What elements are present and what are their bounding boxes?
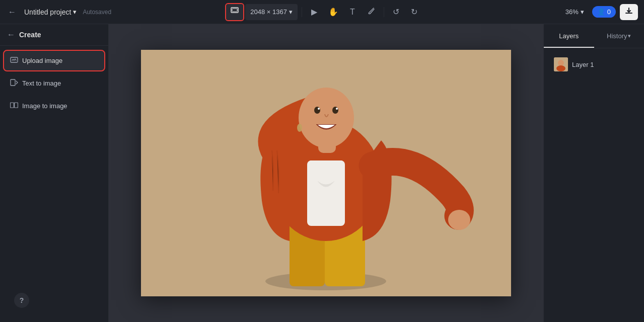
right-panel-content: Layer 1 [544, 48, 644, 322]
canvas-size-button[interactable]: 2048 × 1367 ▾ [245, 4, 298, 20]
layers-tab-label: Layers [559, 32, 579, 40]
layer-item[interactable]: Layer 1 [550, 54, 638, 74]
undo-icon: ↺ [393, 7, 399, 17]
brush-tool-button[interactable] [363, 4, 380, 20]
topbar-left: ← Untitled project ▾ Autosaved [6, 6, 111, 19]
upload-image-icon [10, 56, 18, 65]
topbar-center: 2048 × 1367 ▾ ▶ ✋ T ↺ ↻ [115, 4, 533, 20]
panel-header: ← Create [0, 24, 108, 46]
layer-name-label: Layer 1 [572, 61, 594, 68]
image-to-image-label: Image to image [22, 102, 67, 110]
left-panel: ← Create Upload image [0, 24, 109, 322]
svg-rect-5 [15, 103, 18, 108]
svg-point-17 [314, 107, 320, 114]
canvas-size-chevron-icon: ▾ [289, 8, 293, 16]
svg-point-23 [558, 60, 564, 66]
person-svg [141, 50, 511, 296]
text-tool-button[interactable]: T [344, 4, 361, 20]
zoom-chevron-icon: ▾ [581, 8, 584, 16]
tab-layers[interactable]: Layers [544, 24, 594, 48]
canvas-image [141, 50, 511, 296]
export-button[interactable] [620, 4, 638, 20]
hand-tool-icon: ✋ [328, 7, 338, 17]
redo-icon: ↻ [411, 7, 417, 17]
hand-tool-button[interactable]: ✋ [324, 4, 342, 20]
user-avatar-icon: 👤 [597, 8, 605, 16]
select-tool-icon [230, 7, 239, 18]
upload-image-item[interactable]: Upload image [4, 51, 104, 70]
undo-button[interactable]: ↺ [388, 4, 404, 20]
right-panel: Layers History ▾ Layer 1 [543, 24, 644, 322]
project-name-chevron-icon: ▾ [73, 8, 77, 16]
redo-button[interactable]: ↻ [406, 4, 422, 20]
image-to-image-icon [10, 101, 18, 111]
history-tab-label: History [607, 32, 627, 40]
svg-point-21 [297, 124, 302, 132]
text-to-image-icon [10, 78, 18, 88]
pointer-tool-button[interactable]: ▶ [306, 4, 322, 20]
svg-point-14 [448, 210, 470, 230]
zoom-level-text: 36% [565, 8, 579, 16]
user-count-button[interactable]: 👤 0 [592, 6, 616, 18]
export-icon [625, 7, 633, 17]
svg-rect-12 [307, 160, 345, 226]
pointer-tool-icon: ▶ [311, 7, 317, 17]
svg-point-18 [332, 107, 338, 114]
image-to-image-item[interactable]: Image to image [4, 96, 104, 116]
topbar: ← Untitled project ▾ Autosaved 2048 × 13… [0, 0, 644, 24]
svg-rect-4 [11, 103, 14, 108]
panel-items: Upload image Text to image [0, 46, 108, 121]
history-chevron-icon: ▾ [628, 33, 631, 39]
canvas-size-text: 2048 × 1367 [250, 8, 287, 16]
svg-point-24 [556, 65, 565, 71]
brush-tool-icon [367, 7, 376, 18]
layer-thumb-svg [554, 57, 568, 71]
text-to-image-label: Text to image [22, 79, 61, 87]
svg-rect-3 [11, 79, 15, 86]
tab-history[interactable]: History ▾ [594, 24, 645, 48]
layer-thumbnail [554, 57, 568, 71]
panel-title: Create [19, 31, 41, 39]
nav-back-button[interactable]: ← [6, 6, 18, 19]
svg-point-20 [336, 108, 338, 110]
right-panel-tabs: Layers History ▾ [544, 24, 644, 48]
toolbar-divider-2 [384, 7, 384, 17]
help-icon: ? [20, 296, 24, 304]
toolbar-divider [302, 7, 302, 17]
svg-rect-1 [232, 9, 237, 12]
canvas-area[interactable] [109, 24, 543, 322]
upload-image-label: Upload image [22, 57, 62, 64]
zoom-button[interactable]: 36% ▾ [561, 6, 588, 18]
text-to-image-item[interactable]: Text to image [4, 73, 104, 93]
back-arrow-icon: ← [8, 8, 16, 17]
text-tool-icon: T [350, 8, 355, 17]
project-name-text: Untitled project [24, 8, 71, 16]
project-name-button[interactable]: Untitled project ▾ [21, 6, 80, 18]
panel-back-icon[interactable]: ← [7, 30, 15, 39]
main-layout: ← Create Upload image [0, 24, 644, 322]
canvas-wrapper [141, 50, 511, 296]
autosaved-label: Autosaved [83, 9, 111, 16]
svg-point-16 [299, 88, 354, 148]
help-button[interactable]: ? [14, 293, 29, 308]
svg-point-19 [318, 108, 320, 110]
select-tool-button[interactable] [226, 4, 243, 20]
user-count-text: 0 [607, 8, 611, 16]
topbar-right: 36% ▾ 👤 0 [537, 4, 638, 20]
